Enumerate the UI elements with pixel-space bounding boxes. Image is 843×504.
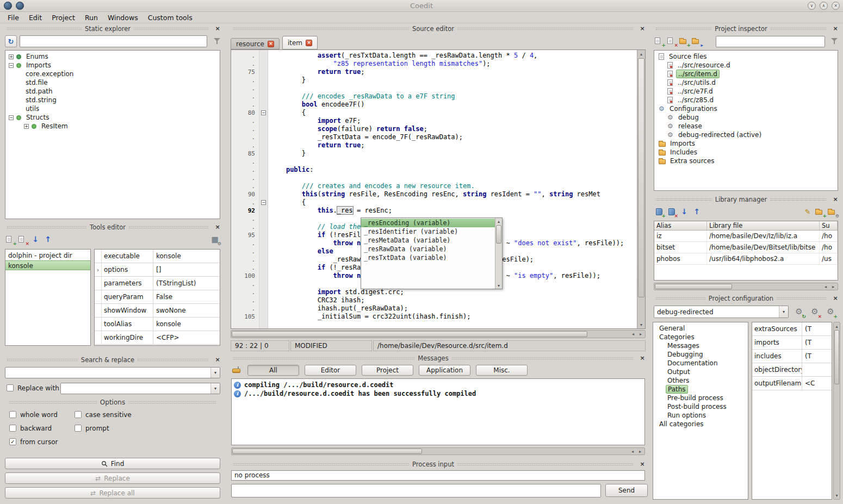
remove-tool-button[interactable]: × xyxy=(17,234,28,245)
replace-with-checkbox[interactable] xyxy=(7,384,14,391)
scrollbar-thumb[interactable] xyxy=(655,284,732,289)
send-button[interactable]: Send xyxy=(605,484,648,497)
expander-icon[interactable]: + xyxy=(24,124,29,129)
configuration-vertical-scrollbar[interactable]: ▴ ▾ xyxy=(833,322,840,500)
project-tree[interactable]: Source files../src/resource.d../src/item… xyxy=(654,50,838,191)
library-horizontal-scrollbar[interactable]: ◂ ▸ xyxy=(654,283,838,290)
menu-item-run[interactable]: Run xyxy=(80,13,102,23)
scrollbar-thumb[interactable] xyxy=(834,330,839,384)
property-value[interactable]: (TStringList) xyxy=(153,277,220,290)
tree-item[interactable]: std.path xyxy=(5,87,220,96)
property-value[interactable]: (T xyxy=(802,336,832,349)
close-window-button[interactable]: × xyxy=(832,2,840,10)
clear-messages-icon[interactable] xyxy=(232,369,240,373)
filter-button-editor[interactable]: Editor xyxy=(305,365,356,376)
tree-item[interactable]: ⚙release xyxy=(654,122,838,130)
configuration-combo[interactable]: debug-redirected ▾ xyxy=(654,306,789,318)
add-folder-button[interactable]: + xyxy=(679,35,690,46)
tree-item[interactable]: +Enums xyxy=(5,52,220,61)
completion-item[interactable]: _resEncoding (variable) xyxy=(361,219,495,227)
scroll-right-button[interactable]: ▸ xyxy=(829,283,837,290)
tab-resource[interactable]: resource× xyxy=(231,38,280,49)
menu-item-custom-tools[interactable]: Custom tools xyxy=(144,13,197,23)
tree-item[interactable]: ../src/e7F.d xyxy=(654,87,838,96)
property-value[interactable]: [] xyxy=(153,263,220,276)
symbol-tree[interactable]: +Enums−Importscore.exceptionstd.filestd.… xyxy=(5,50,220,219)
replace-with-option[interactable]: Replace with xyxy=(7,384,59,392)
tree-item[interactable]: std.string xyxy=(5,96,220,104)
message-row[interactable]: icompiling /.../build/resource.d.coedit xyxy=(232,381,644,389)
property-value[interactable]: <C xyxy=(802,377,832,390)
property-value[interactable]: konsole xyxy=(153,318,220,331)
tree-item[interactable]: Output xyxy=(653,368,748,376)
replace-all-button[interactable]: ⇄ Replace all xyxy=(5,487,220,499)
tree-item[interactable]: ⚙debug-redirected (active) xyxy=(654,130,838,139)
scrollbar-thumb[interactable] xyxy=(496,225,501,244)
scroll-up-button[interactable]: ▴ xyxy=(834,322,840,330)
combo-arrow-icon[interactable]: ▾ xyxy=(210,383,220,394)
find-button[interactable]: Find xyxy=(5,458,220,469)
tree-item[interactable]: ../src/item.d xyxy=(654,70,838,78)
option-case-sensitive[interactable]: case sensitive xyxy=(75,410,216,419)
tool-item[interactable]: dolphin - project dir xyxy=(5,251,90,260)
filter-icon[interactable] xyxy=(830,38,838,45)
tree-item[interactable]: Post-build process xyxy=(653,402,748,411)
tool-item[interactable]: konsole xyxy=(5,260,90,270)
scroll-up-button[interactable]: ▴ xyxy=(637,50,645,58)
tab-item[interactable]: item× xyxy=(282,36,318,49)
scroll-down-button[interactable]: ▾ xyxy=(637,321,645,328)
option-backward[interactable]: backward xyxy=(9,424,75,432)
tree-item[interactable]: utils xyxy=(5,104,220,113)
column-header[interactable]: Library file xyxy=(707,221,820,230)
tree-item[interactable]: +ResItem xyxy=(5,122,220,130)
search-term-combo[interactable]: ▾ xyxy=(5,367,220,378)
add-library-folder-button[interactable]: + xyxy=(815,206,826,217)
completion-item[interactable]: _resIdentifier (variable) xyxy=(361,227,495,236)
tree-item[interactable]: Run options xyxy=(653,411,748,420)
tree-item[interactable]: ⚙Configurations xyxy=(654,104,838,113)
open-folder-button[interactable]: ▸ xyxy=(691,35,702,46)
tree-item[interactable]: Paths xyxy=(653,385,748,394)
property-value[interactable]: (T xyxy=(802,322,832,335)
move-tool-up-button[interactable]: ↑ xyxy=(42,234,53,245)
option-prompt[interactable]: prompt xyxy=(75,424,216,432)
close-panel-icon[interactable]: × xyxy=(639,354,646,362)
tools-list[interactable]: dolphin - project dirkonsole xyxy=(5,249,91,346)
close-panel-icon[interactable]: × xyxy=(214,223,221,231)
property-value[interactable]: (T xyxy=(802,350,832,363)
checkbox[interactable] xyxy=(75,411,82,418)
completion-item[interactable]: _resMetaData (variable) xyxy=(361,236,495,245)
option-whole-word[interactable]: whole word xyxy=(9,410,75,419)
replace-button[interactable]: ⇄ Replace xyxy=(5,472,220,484)
tree-item[interactable]: Categories xyxy=(653,333,748,341)
close-panel-icon[interactable]: × xyxy=(832,25,839,33)
remove-library-button[interactable]: × xyxy=(666,206,677,217)
combo-arrow-icon[interactable]: ▾ xyxy=(779,306,788,318)
scrollbar-thumb[interactable] xyxy=(232,331,587,337)
add-library-button[interactable]: + xyxy=(654,206,665,217)
filter-button-application[interactable]: Application xyxy=(419,365,470,376)
library-settings-button[interactable]: ⚙ xyxy=(827,206,838,217)
checkbox[interactable] xyxy=(75,425,82,432)
column-header[interactable]: Su xyxy=(820,221,838,230)
editor-horizontal-scrollbar[interactable]: ◂ ▸ xyxy=(231,330,646,338)
move-library-down-button[interactable]: ↓ xyxy=(679,206,690,217)
tree-item[interactable]: −Structs xyxy=(5,113,220,122)
close-panel-icon[interactable]: × xyxy=(639,25,646,33)
column-header[interactable]: Alias xyxy=(654,221,707,230)
scrollbar-thumb[interactable] xyxy=(638,58,644,297)
checkbox[interactable] xyxy=(9,411,16,418)
tree-item[interactable]: Source files xyxy=(654,52,838,61)
close-panel-icon[interactable]: × xyxy=(832,295,839,302)
tree-item[interactable]: core.exception xyxy=(5,70,220,78)
message-row[interactable]: i/.../build/resource.d.coedit has been s… xyxy=(232,389,644,398)
tree-item[interactable]: ../src/resource.d xyxy=(654,61,838,70)
scroll-right-button[interactable]: ▸ xyxy=(637,331,644,338)
inspector-filter-input[interactable] xyxy=(716,36,825,47)
tree-item[interactable]: −Imports xyxy=(5,61,220,70)
library-row[interactable]: iz/home/basile/Dev/Iz/lib/iz.a/ho xyxy=(654,231,838,242)
maximize-button[interactable]: ∧ xyxy=(820,2,828,10)
scroll-left-button[interactable]: ◂ xyxy=(629,448,636,455)
minimize-button[interactable]: ∨ xyxy=(808,2,816,10)
close-panel-icon[interactable]: × xyxy=(214,25,221,33)
